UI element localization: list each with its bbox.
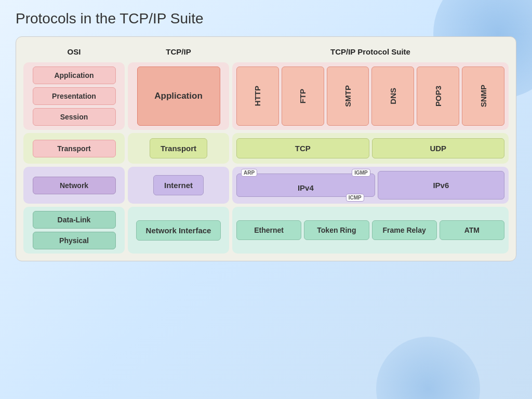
diagram: OSI TCP/IP TCP/IP Protocol Suite Applica… bbox=[16, 36, 516, 261]
suite-application-band: HTTP FTP SMTP DNS POP3 SNMP bbox=[232, 62, 509, 130]
tcpip-application-band: Application bbox=[128, 62, 229, 130]
snmp-box: SNMP bbox=[462, 66, 504, 126]
tcpip-internet-band: Internet bbox=[128, 167, 229, 204]
http-box: HTTP bbox=[236, 66, 279, 126]
dns-box: DNS bbox=[371, 66, 414, 126]
osi-physical-layer: Physical bbox=[33, 232, 116, 249]
suite-transport-band: TCP UDP bbox=[232, 133, 509, 164]
suite-physical-band: Ethernet Token Ring Frame Relay ATM bbox=[232, 207, 509, 254]
pop3-box: POP3 bbox=[417, 66, 459, 126]
ethernet-box: Ethernet bbox=[236, 220, 301, 240]
osi-session-layer: Session bbox=[33, 108, 116, 126]
osi-transport-band: Transport bbox=[23, 133, 125, 164]
osi-datalink-layer: Data-Link bbox=[33, 211, 116, 229]
ipv4-label: IPv4 bbox=[298, 183, 314, 192]
tcp-box: TCP bbox=[236, 138, 369, 158]
icmp-badge: ICMP bbox=[346, 194, 364, 202]
ftp-box: FTP bbox=[282, 66, 324, 126]
page: Protocols in the TCP/IP Suite OSI TCP/IP… bbox=[0, 0, 532, 272]
osi-physical-band: Data-Link Physical bbox=[23, 207, 125, 254]
tcpip-transport-band: Transport bbox=[128, 133, 229, 164]
suite-internet-band: ARP IGMP ICMP IPv4 IPv6 bbox=[232, 167, 509, 204]
suite-column-header: TCP/IP Protocol Suite bbox=[232, 44, 509, 59]
ipv6-box: IPv6 bbox=[378, 171, 504, 200]
ipv4-box: ARP IGMP ICMP IPv4 bbox=[236, 174, 375, 197]
osi-presentation-layer: Presentation bbox=[33, 87, 116, 105]
ipv4-container: ARP IGMP ICMP IPv4 bbox=[236, 174, 375, 197]
atm-box: ATM bbox=[440, 220, 504, 240]
osi-application-layer: Application bbox=[33, 66, 116, 84]
igmp-badge: IGMP bbox=[352, 169, 370, 177]
udp-box: UDP bbox=[372, 138, 505, 158]
tcpip-transport-box: Transport bbox=[150, 138, 207, 158]
tcpip-internet-box: Internet bbox=[153, 175, 204, 195]
osi-column-header: OSI bbox=[23, 44, 125, 59]
osi-transport-layer: Transport bbox=[33, 140, 116, 157]
tcpip-column-header: TCP/IP bbox=[128, 44, 229, 59]
tcpip-netint-box: Network Interface bbox=[136, 220, 221, 241]
page-title: Protocols in the TCP/IP Suite bbox=[16, 10, 516, 27]
osi-network-layer: Network bbox=[33, 177, 116, 194]
token-ring-box: Token Ring bbox=[304, 220, 369, 240]
tcpip-application-box: Application bbox=[137, 66, 220, 126]
osi-network-band: Network bbox=[23, 167, 125, 204]
frame-relay-box: Frame Relay bbox=[372, 220, 437, 240]
smtp-box: SMTP bbox=[327, 66, 369, 126]
osi-application-band: Application Presentation Session bbox=[23, 62, 125, 130]
arp-badge: ARP bbox=[241, 169, 257, 177]
tcpip-netint-band: Network Interface bbox=[128, 207, 229, 254]
